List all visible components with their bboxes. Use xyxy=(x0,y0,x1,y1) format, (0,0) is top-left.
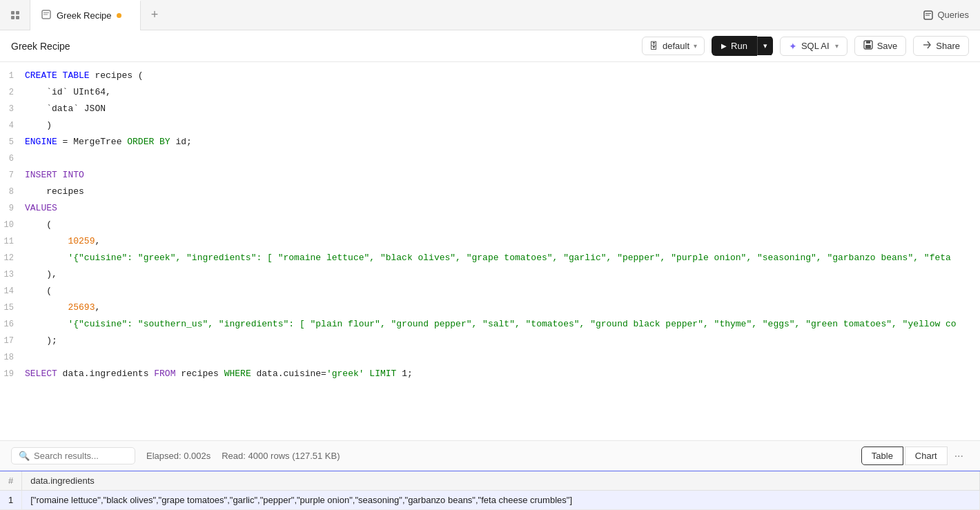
save-button[interactable]: Save xyxy=(854,36,907,56)
run-button-group: ▶ Run ▾ xyxy=(712,36,773,56)
queries-label: Queries xyxy=(937,10,969,20)
code-line-1: 1 CREATE TABLE recipes ( xyxy=(0,68,980,84)
table-header-row: # data.ingredients xyxy=(0,471,980,491)
svg-rect-3 xyxy=(16,16,19,19)
run-dropdown-button[interactable]: ▾ xyxy=(757,37,773,55)
db-label: default xyxy=(663,41,689,51)
svg-rect-1 xyxy=(16,11,19,14)
home-button[interactable] xyxy=(0,0,30,30)
code-line-6: 6 xyxy=(0,150,980,167)
sql-ai-label: SQL AI xyxy=(801,41,830,51)
code-lines: 1 CREATE TABLE recipes ( 2 `id` UInt64, … xyxy=(0,62,980,388)
svg-rect-12 xyxy=(865,45,871,48)
query-tab[interactable]: Greek Recipe xyxy=(30,0,141,30)
read-info-text: Read: 4000 rows (127.51 KB) xyxy=(222,451,340,461)
code-line-12: 12 '{"cuisine": "greek", "ingredients": … xyxy=(0,250,980,266)
db-icon: 🗄 xyxy=(649,41,658,51)
code-line-8: 8 recipes xyxy=(0,184,980,200)
run-play-icon: ▶ xyxy=(721,42,727,50)
table-view-button[interactable]: Table xyxy=(861,447,903,465)
code-line-5: 5 ENGINE = MergeTree ORDER BY id; xyxy=(0,134,980,150)
row-number: 1 xyxy=(0,491,22,510)
code-line-7: 7 INSERT INTO xyxy=(0,167,980,184)
code-line-4: 4 ) xyxy=(0,117,980,134)
save-label: Save xyxy=(877,41,898,51)
code-line-16: 16 '{"cuisine": "southern_us", "ingredie… xyxy=(0,316,980,333)
code-line-2: 2 `id` UInt64, xyxy=(0,84,980,101)
tab-unsaved-dot xyxy=(117,13,121,18)
column-header-data-ingredients: data.ingredients xyxy=(22,471,980,491)
code-line-9: 9 VALUES xyxy=(0,200,980,217)
code-line-10: 10 ( xyxy=(0,217,980,233)
sql-ai-button[interactable]: ✦ SQL AI ▾ xyxy=(780,37,847,56)
queries-button[interactable]: Queries xyxy=(923,10,980,20)
column-header-num: # xyxy=(0,471,22,491)
more-options-button[interactable]: ··· xyxy=(949,447,969,466)
table-row[interactable]: 1 ["romaine lettuce","black olives","gra… xyxy=(0,491,980,510)
ai-icon: ✦ xyxy=(789,41,797,52)
view-toggle: Table Chart ··· xyxy=(861,447,969,466)
svg-rect-0 xyxy=(11,11,14,14)
svg-rect-11 xyxy=(866,41,870,43)
code-line-19: 19 SELECT data.ingredients FROM recipes … xyxy=(0,366,980,382)
run-label: Run xyxy=(731,41,747,51)
share-label: Share xyxy=(936,41,960,51)
results-table-wrap: # data.ingredients 1 ["romaine lettuce",… xyxy=(0,471,980,510)
row-data-ingredients: ["romaine lettuce","black olives","grape… xyxy=(22,491,980,510)
code-line-13: 13 ), xyxy=(0,266,980,283)
code-line-17: 17 ); xyxy=(0,333,980,349)
chevron-down-icon: ▾ xyxy=(694,42,697,50)
new-tab-button[interactable]: + xyxy=(141,0,168,30)
share-icon xyxy=(922,40,932,52)
svg-rect-2 xyxy=(11,16,14,19)
tab-label: Greek Recipe xyxy=(57,10,111,21)
database-selector[interactable]: 🗄 default ▾ xyxy=(642,37,705,55)
results-table: # data.ingredients 1 ["romaine lettuce",… xyxy=(0,471,980,510)
chevron-down-icon: ▾ xyxy=(763,41,767,50)
page-title: Greek Recipe xyxy=(11,41,635,52)
tab-bar: Greek Recipe + Queries xyxy=(0,0,980,30)
chevron-down-icon: ▾ xyxy=(835,42,839,50)
run-button[interactable]: ▶ Run xyxy=(712,36,757,56)
results-bar: 🔍 Elapsed: 0.002s Read: 4000 rows (127.5… xyxy=(0,440,980,471)
search-box[interactable]: 🔍 xyxy=(11,447,135,464)
chart-view-button[interactable]: Chart xyxy=(905,447,948,465)
toolbar: Greek Recipe 🗄 default ▾ ▶ Run ▾ ✦ SQL A… xyxy=(0,30,980,62)
code-line-11: 11 10259, xyxy=(0,233,980,250)
code-editor[interactable]: 1 CREATE TABLE recipes ( 2 `id` UInt64, … xyxy=(0,62,980,440)
save-icon xyxy=(863,40,873,52)
share-button[interactable]: Share xyxy=(913,36,969,56)
elapsed-text: Elapsed: 0.002s xyxy=(146,451,210,461)
tab-icon xyxy=(41,10,51,21)
code-line-15: 15 25693, xyxy=(0,300,980,316)
code-line-3: 3 `data` JSON xyxy=(0,101,980,117)
code-line-18: 18 xyxy=(0,349,980,366)
code-line-14: 14 ( xyxy=(0,283,980,300)
search-input[interactable] xyxy=(34,451,124,461)
search-icon: 🔍 xyxy=(19,451,30,461)
